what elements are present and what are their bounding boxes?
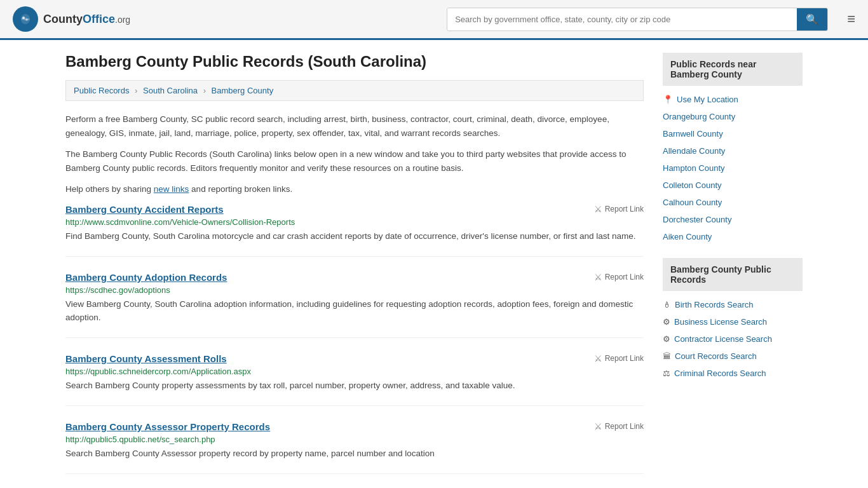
criminal-records-icon: ⚖ <box>663 369 670 378</box>
use-my-location-item[interactable]: 📍 Use My Location <box>663 91 803 108</box>
logo[interactable]: CountyOffice.org <box>13 6 130 32</box>
sidebar-item-barnwell: Barnwell County <box>663 125 803 142</box>
search-input[interactable] <box>447 8 797 30</box>
logo-suffix: Office <box>83 13 115 25</box>
hamburger-menu-icon[interactable]: ≡ <box>847 11 855 27</box>
sidebar-item-contractor-license: ⚙ Contractor License Search <box>663 330 803 348</box>
record-title[interactable]: Bamberg County Accident Reports <box>65 204 224 215</box>
description-2: The Bamberg County Public Records (South… <box>65 147 644 175</box>
description-3: Help others by sharing new links and rep… <box>65 182 644 196</box>
record-header: Bamberg County Assessor Property Records… <box>65 421 644 432</box>
business-license-search-link[interactable]: Business License Search <box>674 317 767 327</box>
record-url[interactable]: http://www.scdmvonline.com/Vehicle-Owner… <box>65 217 644 227</box>
calhoun-county-link[interactable]: Calhoun County <box>663 198 722 207</box>
record-title[interactable]: Bamberg County Adoption Records <box>65 272 227 283</box>
record-url[interactable]: https://scdhec.gov/adoptions <box>65 285 644 295</box>
svg-point-1 <box>22 17 25 19</box>
barnwell-county-link[interactable]: Barnwell County <box>663 129 723 139</box>
new-links-link[interactable]: new links <box>154 184 189 194</box>
contractor-license-search-link[interactable]: Contractor License Search <box>674 334 772 344</box>
aiken-county-link[interactable]: Aiken County <box>663 232 712 241</box>
record-header: Bamberg County Accident Reports ⚔ Report… <box>65 204 644 215</box>
sidebar-item-hampton: Hampton County <box>663 159 803 177</box>
contractor-license-icon: ⚙ <box>663 334 670 344</box>
sidebar-item-criminal-records: ⚖ Criminal Records Search <box>663 365 803 382</box>
page-title: Bamberg County Public Records (South Car… <box>65 53 644 71</box>
report-link-icon: ⚔ <box>594 272 602 282</box>
sidebar-item-calhoun: Calhoun County <box>663 194 803 211</box>
use-my-location-link[interactable]: Use My Location <box>677 95 738 104</box>
birth-records-search-link[interactable]: Birth Records Search <box>675 300 754 309</box>
report-link-button[interactable]: ⚔ Report Link <box>594 272 644 282</box>
hampton-county-link[interactable]: Hampton County <box>663 163 725 173</box>
report-link-icon: ⚔ <box>594 421 602 431</box>
court-records-icon: 🏛 <box>663 351 671 361</box>
logo-text: CountyOffice.org <box>43 13 130 26</box>
criminal-records-search-link[interactable]: Criminal Records Search <box>674 369 766 378</box>
logo-icon <box>13 6 38 32</box>
sidebar-item-birth-records: 🕯 Birth Records Search <box>663 296 803 313</box>
main-content: Bamberg County Public Records (South Car… <box>65 53 644 488</box>
record-description: View Bamberg County, South Carolina adop… <box>65 298 644 325</box>
breadcrumb-sep-2: › <box>203 86 208 95</box>
record-url[interactable]: http://qpublic5.qpublic.net/sc_search.ph… <box>65 435 644 444</box>
header: CountyOffice.org 🔍 ≡ <box>0 0 868 40</box>
breadcrumb-bamberg-county[interactable]: Bamberg County <box>212 86 274 95</box>
sidebar-item-colleton: Colleton County <box>663 177 803 194</box>
report-link-button[interactable]: ⚔ Report Link <box>594 421 644 431</box>
report-link-icon: ⚔ <box>594 353 602 363</box>
records-container: Bamberg County Accident Reports ⚔ Report… <box>65 204 644 474</box>
sidebar-item-aiken: Aiken County <box>663 228 803 245</box>
record-title[interactable]: Bamberg County Assessment Rolls <box>65 353 227 364</box>
public-records-section-title: Bamberg County Public Records <box>663 258 803 291</box>
sidebar-item-business-license: ⚙ Business License Search <box>663 313 803 330</box>
orangeburg-county-link[interactable]: Orangeburg County <box>663 112 735 121</box>
breadcrumb: Public Records › South Carolina › Bamber… <box>65 80 644 101</box>
record-description: Find Bamberg County, South Carolina moto… <box>65 230 644 243</box>
sidebar-item-orangeburg: Orangeburg County <box>663 108 803 125</box>
record-title[interactable]: Bamberg County Assessor Property Records <box>65 421 270 432</box>
sidebar-item-allendale: Allendale County <box>663 142 803 159</box>
breadcrumb-sep-1: › <box>135 86 140 95</box>
record-header: Bamberg County Adoption Records ⚔ Report… <box>65 272 644 283</box>
sidebar-item-dorchester: Dorchester County <box>663 211 803 228</box>
svg-point-2 <box>26 19 28 21</box>
colleton-county-link[interactable]: Colleton County <box>663 180 722 190</box>
nearby-section-title: Public Records near Bamberg County <box>663 53 803 86</box>
record-entry: Bamberg County Assessor Property Records… <box>65 421 644 474</box>
nearby-counties-list: 📍 Use My Location Orangeburg County Barn… <box>663 91 803 245</box>
search-bar: 🔍 <box>447 8 828 31</box>
page-container: Bamberg County Public Records (South Car… <box>53 40 815 488</box>
record-header: Bamberg County Assessment Rolls ⚔ Report… <box>65 353 644 364</box>
business-license-icon: ⚙ <box>663 317 670 327</box>
report-link-button[interactable]: ⚔ Report Link <box>594 353 644 363</box>
allendale-county-link[interactable]: Allendale County <box>663 146 725 156</box>
dorchester-county-link[interactable]: Dorchester County <box>663 215 731 224</box>
breadcrumb-south-carolina[interactable]: South Carolina <box>143 86 198 95</box>
record-description: Search Bamberg County Assessor property … <box>65 447 644 461</box>
public-records-links-list: 🕯 Birth Records Search ⚙ Business Licens… <box>663 296 803 382</box>
birth-records-icon: 🕯 <box>663 300 671 309</box>
description-1: Perform a free Bamberg County, SC public… <box>65 112 644 140</box>
record-entry: Bamberg County Assessment Rolls ⚔ Report… <box>65 353 644 406</box>
report-link-button[interactable]: ⚔ Report Link <box>594 204 644 214</box>
sidebar: Public Records near Bamberg County 📍 Use… <box>663 53 803 488</box>
search-button[interactable]: 🔍 <box>797 8 827 30</box>
report-link-icon: ⚔ <box>594 204 602 214</box>
court-records-search-link[interactable]: Court Records Search <box>675 351 757 361</box>
breadcrumb-public-records[interactable]: Public Records <box>74 86 129 95</box>
sidebar-item-court-records: 🏛 Court Records Search <box>663 348 803 365</box>
record-url[interactable]: https://qpublic.schneidercorp.com/Applic… <box>65 367 644 376</box>
record-description: Search Bamberg County property assessmen… <box>65 379 644 393</box>
record-entry: Bamberg County Accident Reports ⚔ Report… <box>65 204 644 257</box>
location-pin-icon: 📍 <box>663 95 673 104</box>
record-entry: Bamberg County Adoption Records ⚔ Report… <box>65 272 644 338</box>
